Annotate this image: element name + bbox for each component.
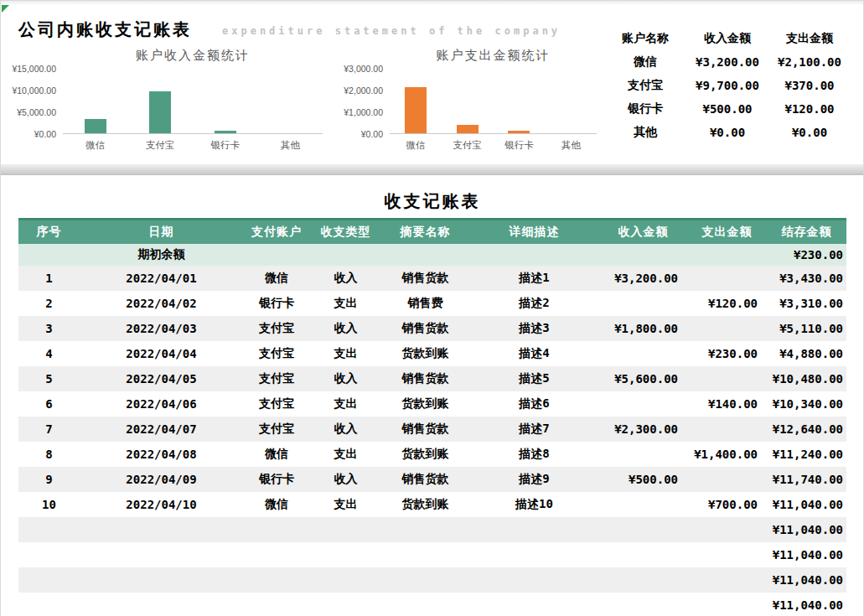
ledger-cell[interactable]: 描述9 <box>469 467 599 492</box>
ledger-cell[interactable] <box>687 542 767 567</box>
ledger-cell[interactable]: 2022/04/09 <box>80 467 243 492</box>
ledger-cell[interactable] <box>80 542 243 567</box>
ledger-cell[interactable]: 货款到账 <box>381 391 469 417</box>
ledger-cell[interactable]: 6 <box>18 391 80 417</box>
ledger-cell[interactable] <box>310 567 381 593</box>
summary-cell[interactable]: ¥370.00 <box>768 74 851 97</box>
ledger-cell[interactable]: ¥5,600.00 <box>599 366 687 391</box>
ledger-header-cell[interactable]: 支付账户 <box>243 220 310 244</box>
ledger-cell[interactable] <box>243 567 310 593</box>
ledger-cell[interactable]: 微信 <box>243 442 310 467</box>
ledger-cell[interactable]: 支出 <box>310 442 381 467</box>
ledger-cell[interactable]: ¥11,040.00 <box>767 542 846 567</box>
ledger-cell[interactable] <box>599 291 687 316</box>
ledger-cell[interactable]: ¥700.00 <box>687 492 767 517</box>
ledger-cell[interactable] <box>381 517 469 542</box>
ledger-cell[interactable]: ¥11,740.00 <box>767 467 846 492</box>
ledger-cell[interactable] <box>310 593 381 616</box>
ledger-cell[interactable] <box>381 567 469 593</box>
ledger-cell[interactable] <box>80 593 243 616</box>
summary-cell[interactable]: 支付宝 <box>604 74 686 97</box>
ledger-header-cell[interactable]: 详细描述 <box>469 220 599 244</box>
ledger-cell[interactable]: ¥140.00 <box>687 391 767 417</box>
ledger-cell[interactable]: ¥11,040.00 <box>767 567 846 593</box>
ledger-cell[interactable]: 收入 <box>310 417 381 442</box>
ledger-cell[interactable]: ¥12,640.00 <box>767 417 846 442</box>
ledger-cell[interactable]: 2022/04/04 <box>80 341 243 366</box>
ledger-cell[interactable]: 支付宝 <box>243 366 310 391</box>
ledger-cell[interactable]: 支付宝 <box>243 341 310 366</box>
ledger-cell[interactable] <box>243 593 310 616</box>
ledger-cell[interactable]: 2022/04/03 <box>80 316 243 341</box>
ledger-cell[interactable] <box>599 391 687 417</box>
ledger-cell[interactable] <box>687 366 767 391</box>
ledger-cell[interactable]: 微信 <box>243 492 310 517</box>
ledger-cell[interactable]: 2022/04/01 <box>80 266 243 291</box>
ledger-cell[interactable]: 8 <box>18 442 80 467</box>
ledger-cell[interactable]: ¥11,040.00 <box>767 517 846 542</box>
ledger-cell[interactable]: 7 <box>18 417 80 442</box>
ledger-header-cell[interactable]: 结存金额 <box>767 220 846 244</box>
ledger-cell[interactable]: 1 <box>18 266 80 291</box>
ledger-cell[interactable] <box>18 567 80 593</box>
ledger-cell[interactable]: 5 <box>18 366 80 391</box>
ledger-cell[interactable]: 描述1 <box>469 266 599 291</box>
ledger-cell[interactable]: ¥3,310.00 <box>767 291 846 316</box>
ledger-cell[interactable] <box>80 517 243 542</box>
ledger-cell[interactable] <box>381 593 469 616</box>
ledger-cell[interactable]: 2022/04/02 <box>80 291 243 316</box>
summary-cell[interactable]: 微信 <box>604 50 686 74</box>
ledger-cell[interactable]: 2022/04/10 <box>80 492 243 517</box>
ledger-cell[interactable]: 2022/04/06 <box>80 391 243 417</box>
ledger-cell[interactable] <box>469 567 599 593</box>
ledger-cell[interactable]: 货款到账 <box>381 341 469 366</box>
ledger-cell[interactable]: 描述4 <box>469 341 599 366</box>
ledger-cell[interactable]: 微信 <box>243 266 310 291</box>
ledger-cell[interactable]: 销售货款 <box>381 366 469 391</box>
ledger-cell[interactable]: 10 <box>18 492 80 517</box>
ledger-cell[interactable] <box>599 492 687 517</box>
ledger-cell[interactable] <box>18 517 80 542</box>
ledger-cell[interactable]: 收入 <box>310 266 381 291</box>
ledger-cell[interactable] <box>18 542 80 567</box>
ledger-header-cell[interactable]: 收入金额 <box>599 220 687 244</box>
ledger-cell[interactable]: 银行卡 <box>243 467 310 492</box>
summary-cell[interactable]: ¥120.00 <box>768 97 851 121</box>
ledger-cell[interactable]: 描述7 <box>469 417 599 442</box>
ledger-cell[interactable]: 支付宝 <box>243 417 310 442</box>
ledger-cell[interactable] <box>381 244 469 266</box>
ledger-cell[interactable] <box>599 442 687 467</box>
ledger-cell[interactable]: ¥3,430.00 <box>767 266 846 291</box>
ledger-cell[interactable]: 收入 <box>310 467 381 492</box>
ledger-cell[interactable] <box>310 542 381 567</box>
summary-cell[interactable]: 其他 <box>604 121 686 144</box>
ledger-cell[interactable] <box>687 417 767 442</box>
ledger-cell[interactable]: 描述5 <box>469 366 599 391</box>
ledger-cell[interactable] <box>687 567 767 593</box>
ledger-cell[interactable]: 银行卡 <box>243 291 310 316</box>
ledger-cell[interactable] <box>599 341 687 366</box>
ledger-cell[interactable] <box>243 244 310 266</box>
ledger-cell[interactable]: 2022/04/07 <box>80 417 243 442</box>
ledger-cell[interactable]: ¥120.00 <box>687 291 767 316</box>
ledger-cell[interactable]: 描述8 <box>469 442 599 467</box>
summary-cell[interactable]: ¥500.00 <box>686 97 768 121</box>
ledger-cell[interactable] <box>469 542 599 567</box>
ledger-header-cell[interactable]: 支出金额 <box>687 220 767 244</box>
ledger-cell[interactable]: 销售货款 <box>381 417 469 442</box>
ledger-cell[interactable]: 2 <box>18 291 80 316</box>
ledger-cell[interactable]: ¥5,110.00 <box>767 316 846 341</box>
ledger-cell[interactable] <box>687 593 767 616</box>
ledger-cell[interactable] <box>469 593 599 616</box>
ledger-cell[interactable]: ¥2,300.00 <box>599 417 687 442</box>
ledger-cell[interactable]: 支付宝 <box>243 316 310 341</box>
ledger-cell[interactable]: 描述10 <box>469 492 599 517</box>
ledger-cell[interactable] <box>18 593 80 616</box>
ledger-cell[interactable]: 2022/04/05 <box>80 366 243 391</box>
ledger-cell[interactable]: 支付宝 <box>243 391 310 417</box>
ledger-cell[interactable]: ¥230.00 <box>687 341 767 366</box>
ledger-header-cell[interactable]: 收支类型 <box>310 220 381 244</box>
ledger-cell[interactable]: 3 <box>18 316 80 341</box>
ledger-cell[interactable]: 支出 <box>310 391 381 417</box>
summary-cell[interactable]: ¥2,100.00 <box>768 50 851 74</box>
